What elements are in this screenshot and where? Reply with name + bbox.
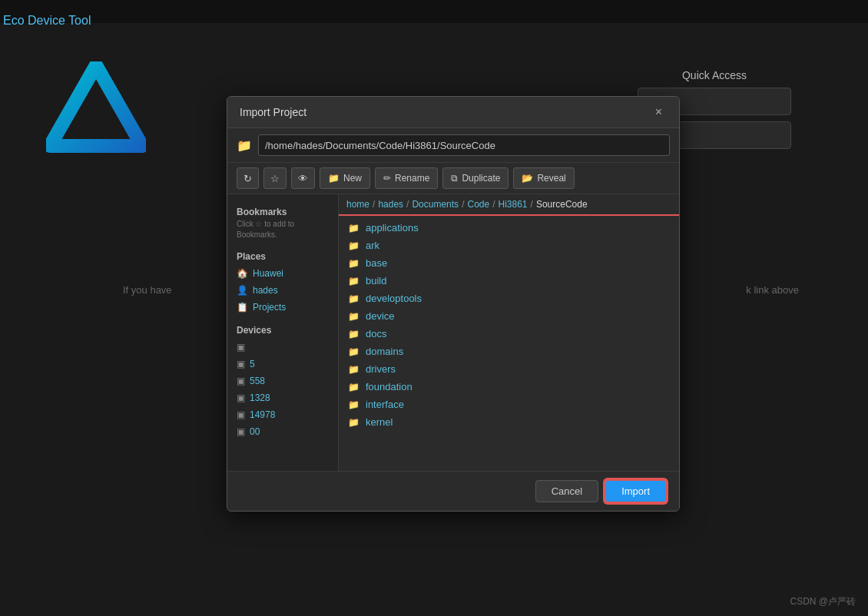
- user-icon: 👤: [237, 285, 248, 296]
- refresh-button[interactable]: ↻: [237, 167, 259, 189]
- home-icon: 🏠: [237, 268, 248, 279]
- file-entry-drivers[interactable]: 📁 drivers: [339, 360, 679, 378]
- sidebar-item-hades[interactable]: 👤 hades: [227, 282, 338, 299]
- file-entry-applications[interactable]: 📁 applications: [339, 219, 679, 237]
- device-label-5: 00: [250, 426, 260, 437]
- quick-access-label: Quick Access: [638, 69, 791, 81]
- file-label-developtools: developtools: [366, 293, 422, 304]
- device-icon-4: ▣: [237, 409, 245, 420]
- folder-icon-ark: 📁: [348, 240, 359, 251]
- devices-section-title: Devices: [227, 319, 338, 339]
- reveal-button[interactable]: 📂 Reveal: [513, 167, 574, 189]
- breadcrumb-home[interactable]: home: [346, 199, 369, 210]
- breadcrumb-hi3861[interactable]: Hi3861: [499, 199, 528, 210]
- file-label-kernel: kernel: [366, 416, 393, 428]
- breadcrumb-hades[interactable]: hades: [378, 199, 403, 210]
- eye-button[interactable]: 👁: [291, 167, 315, 189]
- folder-icon-device: 📁: [348, 311, 359, 322]
- modal-footer: Cancel Import: [227, 471, 679, 511]
- background-text-left: If you have: [123, 284, 172, 296]
- modal-title: Import Project: [240, 106, 306, 118]
- file-entry-foundation[interactable]: 📁 foundation: [339, 378, 679, 396]
- folder-icon-foundation: 📁: [348, 382, 359, 392]
- file-label-base: base: [366, 257, 387, 269]
- folder-icon-docs: 📁: [348, 329, 359, 339]
- toolbar-row: ↻ ☆ 👁 📁 New ✏ Rename ⧉ Duplicate 📂 Revea…: [227, 163, 679, 194]
- rename-button[interactable]: ✏ Rename: [375, 167, 438, 189]
- projects-icon: 📋: [237, 302, 248, 313]
- file-label-foundation: foundation: [366, 381, 412, 392]
- sidebar-item-projects[interactable]: 📋 Projects: [227, 299, 338, 316]
- file-entry-developtools[interactable]: 📁 developtools: [339, 290, 679, 307]
- huawei-label: Huawei: [253, 268, 283, 279]
- file-entry-ark[interactable]: 📁 ark: [339, 237, 679, 254]
- file-entry-build[interactable]: 📁 build: [339, 272, 679, 290]
- file-entry-base[interactable]: 📁 base: [339, 254, 679, 272]
- sidebar-item-huawei[interactable]: 🏠 Huawei: [227, 265, 338, 282]
- file-label-drivers: drivers: [366, 363, 396, 375]
- path-input[interactable]: [258, 134, 670, 156]
- breadcrumb-sourcecode: SourceCode: [536, 199, 588, 210]
- cancel-button[interactable]: Cancel: [535, 480, 598, 502]
- folder-icon-base: 📁: [348, 258, 359, 269]
- sidebar-device-empty[interactable]: ▣: [227, 339, 338, 356]
- modal-body: Bookmarks Click ☆ to add to Bookmarks. P…: [227, 194, 679, 471]
- bookmarks-section-title: Bookmarks: [227, 202, 338, 219]
- projects-label: Projects: [253, 302, 286, 313]
- sidebar-device-00[interactable]: ▣ 00: [227, 423, 338, 440]
- device-icon-3: ▣: [237, 392, 245, 403]
- star-button[interactable]: ☆: [263, 167, 287, 189]
- folder-icon-applications: 📁: [348, 223, 359, 233]
- breadcrumb: home / hades / Documents / Code / Hi3861…: [339, 194, 679, 216]
- import-button[interactable]: Import: [605, 479, 667, 503]
- file-label-docs: docs: [366, 328, 386, 339]
- background-text-right: k link above: [746, 284, 799, 296]
- close-button[interactable]: ×: [651, 104, 667, 120]
- duplicate-icon: ⧉: [451, 173, 458, 184]
- modal-header: Import Project ×: [227, 97, 679, 128]
- sidebar-device-5[interactable]: ▣ 5: [227, 356, 338, 373]
- file-entry-domains[interactable]: 📁 domains: [339, 343, 679, 360]
- app-logo: [46, 61, 146, 157]
- device-label-4: 14978: [250, 409, 275, 420]
- file-entry-kernel[interactable]: 📁 kernel: [339, 413, 679, 431]
- import-project-dialog: Import Project × 📁 ↻ ☆ 👁 📁 New ✏ Rename …: [227, 96, 680, 512]
- breadcrumb-sep-3: /: [492, 199, 495, 210]
- folder-icon-build: 📁: [348, 276, 359, 286]
- new-folder-icon: 📁: [328, 173, 340, 184]
- device-label-2: 558: [250, 376, 265, 386]
- sidebar-device-1328[interactable]: ▣ 1328: [227, 389, 338, 406]
- breadcrumb-sep-0: /: [373, 199, 375, 210]
- rename-icon: ✏: [383, 173, 391, 184]
- breadcrumb-sep-4: /: [531, 199, 533, 210]
- file-entry-interface[interactable]: 📁 interface: [339, 396, 679, 413]
- duplicate-button[interactable]: ⧉ Duplicate: [442, 167, 509, 189]
- app-title: Eco Device Tool: [0, 0, 868, 34]
- path-row: 📁: [227, 128, 679, 163]
- file-label-device: device: [366, 310, 395, 322]
- sidebar: Bookmarks Click ☆ to add to Bookmarks. P…: [227, 194, 339, 471]
- file-label-domains: domains: [366, 346, 403, 357]
- file-label-applications: applications: [366, 222, 419, 233]
- file-label-build: build: [366, 275, 386, 286]
- breadcrumb-sep-1: /: [406, 199, 409, 210]
- device-icon-2: ▣: [237, 376, 245, 386]
- new-button[interactable]: 📁 New: [320, 167, 370, 189]
- file-entry-docs[interactable]: 📁 docs: [339, 325, 679, 343]
- sidebar-device-558[interactable]: ▣ 558: [227, 373, 338, 389]
- device-icon-1: ▣: [237, 359, 245, 369]
- folder-icon: 📁: [237, 138, 252, 153]
- file-label-ark: ark: [366, 240, 379, 251]
- breadcrumb-code[interactable]: Code: [467, 199, 489, 210]
- breadcrumb-documents[interactable]: Documents: [412, 199, 459, 210]
- breadcrumb-sep-2: /: [462, 199, 464, 210]
- watermark: CSDN @卢严砖: [790, 595, 856, 608]
- folder-icon-drivers: 📁: [348, 364, 359, 375]
- hades-label: hades: [253, 285, 278, 296]
- sidebar-device-14978[interactable]: ▣ 14978: [227, 406, 338, 423]
- folder-icon-interface: 📁: [348, 399, 359, 410]
- file-list-area: home / hades / Documents / Code / Hi3861…: [339, 194, 679, 471]
- file-entry-device[interactable]: 📁 device: [339, 307, 679, 325]
- device-icon-5: ▣: [237, 426, 245, 437]
- device-label-3: 1328: [250, 392, 270, 403]
